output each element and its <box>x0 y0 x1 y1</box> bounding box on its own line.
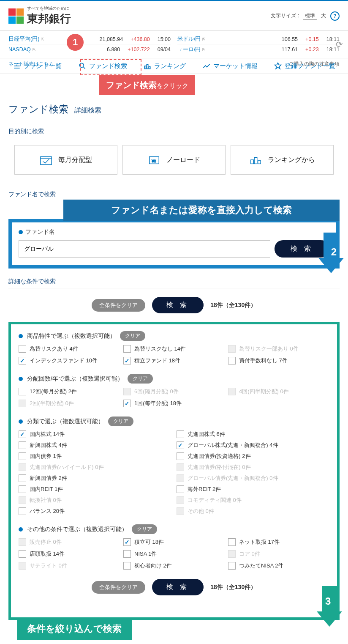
filter-option-label: その他 0件 <box>188 507 214 515</box>
search-bottom[interactable]: 検 索 <box>152 579 204 595</box>
filter-option[interactable]: 国内株式 14件 <box>19 430 171 438</box>
svg-rect-6 <box>147 65 148 69</box>
market-name[interactable]: ユーロ/円 ⇱ <box>177 46 206 53</box>
checkbox-icon[interactable] <box>19 474 26 482</box>
filter-option-label: サテライト 0件 <box>30 562 67 570</box>
search-top[interactable]: 検 索 <box>152 297 204 313</box>
nav-market-info[interactable]: マーケット情報 <box>202 62 258 70</box>
filter-option-label: 為替リスクなし 14件 <box>134 345 186 353</box>
filter-option[interactable]: NISA 1件 <box>123 550 225 558</box>
filter-option[interactable]: 店頭取扱 14件 <box>19 550 120 558</box>
help-icon[interactable]: ? <box>330 11 340 21</box>
filter-option-label: 先進国債券(格付混在) 0件 <box>188 463 251 471</box>
filter-option-label: 為替リスク一部あり 0件 <box>239 345 299 353</box>
filter-clear-button[interactable]: クリア <box>132 524 157 534</box>
filter-option[interactable]: 新興国株式 4件 <box>19 441 171 449</box>
checkbox-icon[interactable] <box>19 430 26 438</box>
checkbox-icon[interactable] <box>123 550 131 558</box>
market-time: 09/04 <box>158 47 171 52</box>
filter-option[interactable]: インデックスファンド 10件 <box>19 357 120 364</box>
nav-fund-list[interactable]: ファンド一覧 <box>13 62 62 70</box>
filter-option[interactable]: 買付手数料なし 7件 <box>228 357 329 364</box>
filter-option-label: NISA 1件 <box>134 550 157 558</box>
market-name[interactable]: 日経平均(円) ⇱ <box>8 36 44 43</box>
filter-option[interactable]: バランス 20件 <box>19 507 171 515</box>
svg-rect-7 <box>149 67 150 69</box>
market-change: +0.15 <box>305 36 319 42</box>
filter-option[interactable]: グローバル株式(先進・新興複合) 4件 <box>177 441 329 449</box>
svg-rect-15 <box>258 161 261 164</box>
filter-option[interactable]: 国内債券 1件 <box>19 452 171 460</box>
filter-option[interactable]: つみたてNISA 2件 <box>228 562 329 570</box>
market-value: 21,085.94 <box>100 36 123 42</box>
filter-option[interactable]: 先進国債券(投資適格) 2件 <box>177 452 329 460</box>
checkbox-icon[interactable] <box>19 507 26 515</box>
checkbox-icon[interactable] <box>19 345 26 353</box>
checkbox-icon[interactable] <box>228 562 236 570</box>
nav-registered-funds[interactable]: 登録ファンド一覧 <box>274 62 335 70</box>
checkbox-icon[interactable] <box>123 562 131 570</box>
checkbox-icon[interactable] <box>123 538 131 546</box>
checkbox-icon[interactable] <box>123 345 131 353</box>
section-detail: 詳細な条件で検索 <box>8 278 340 288</box>
checkbox-icon[interactable] <box>177 441 184 449</box>
filter-option[interactable]: 積立可 18件 <box>123 538 225 546</box>
filter-option-label: 積立可 18件 <box>134 538 164 546</box>
filter-option-label: ネット取扱 17件 <box>239 538 280 546</box>
svg-rect-13 <box>251 160 254 164</box>
checkbox-icon[interactable] <box>123 357 131 364</box>
refresh-icon[interactable]: ⟳ <box>336 39 343 49</box>
checkbox-icon[interactable] <box>19 452 26 460</box>
checkbox-icon[interactable] <box>19 357 26 364</box>
checkbox-icon[interactable] <box>19 550 26 558</box>
filter-option[interactable]: 先進国株式 6件 <box>177 430 329 438</box>
filter-clear-button[interactable]: クリア <box>120 331 145 341</box>
nav-ranking[interactable]: ランキング <box>143 62 186 70</box>
filter-option-label: 転換社債 0件 <box>30 496 62 504</box>
checkbox-icon[interactable] <box>228 357 236 364</box>
text-size-large[interactable]: 大 <box>321 12 326 19</box>
filter-option[interactable]: 積立ファンド 18件 <box>123 357 225 364</box>
checkbox-icon[interactable] <box>123 400 131 407</box>
annotation-callout-2: ファンド名または愛称を直接入力して検索 <box>63 200 340 221</box>
clear-all-top[interactable]: 全条件をクリア <box>92 299 145 312</box>
market-name[interactable]: 米ドル/円 ⇱ <box>177 36 206 43</box>
svg-rect-9 <box>41 157 52 165</box>
filter-option[interactable]: 為替リスクあり 4件 <box>19 345 120 353</box>
purpose-monthly[interactable]: 毎月分配型 <box>14 145 117 175</box>
filter-option[interactable]: 新興国債券 2件 <box>19 474 171 482</box>
filter-option[interactable]: 初心者向け 2件 <box>123 562 225 570</box>
checkbox-icon[interactable] <box>19 388 26 395</box>
filter-clear-button[interactable]: クリア <box>128 374 153 384</box>
text-size-standard[interactable]: 標準 <box>303 12 317 20</box>
market-row: 日経平均(円) ⇱ 21,085.94+436.8015:00 <box>8 34 171 44</box>
purpose-ranking[interactable]: ランキングから <box>231 145 334 175</box>
external-link-icon: ⇱ <box>202 37 206 41</box>
filter-option[interactable]: 為替リスクなし 14件 <box>123 345 225 353</box>
filter-option[interactable]: 1回(毎年分配) 18件 <box>123 400 225 407</box>
filter-option[interactable]: 海外REIT 2件 <box>177 485 329 493</box>
filter-option: 転換社債 0件 <box>19 496 171 504</box>
svg-text:¥0: ¥0 <box>151 159 156 163</box>
filter-option-label: 4回(四半期分配) 0件 <box>239 388 289 395</box>
checkbox-icon[interactable] <box>228 538 236 546</box>
checkbox-icon[interactable] <box>19 441 26 449</box>
header: すべてを地域のために 東邦銀行 文字サイズ : 標準 大 ? <box>0 1 348 30</box>
filter-option[interactable]: 12回(毎月分配) 2件 <box>19 388 120 395</box>
checkbox-icon[interactable] <box>177 430 184 438</box>
checkbox-icon[interactable] <box>19 485 26 493</box>
market-change: +436.80 <box>130 36 150 42</box>
filter-option-label: コモディティ関連 0件 <box>188 496 242 504</box>
checkbox-icon <box>228 550 236 558</box>
checkbox-icon[interactable] <box>177 452 184 460</box>
fundname-input[interactable] <box>19 240 270 258</box>
filter-option: その他 0件 <box>177 507 329 515</box>
filter-option[interactable]: ネット取扱 17件 <box>228 538 329 546</box>
annotation-arrow-3: 3 <box>317 586 342 627</box>
purpose-noload[interactable]: ¥0ノーロード <box>122 145 226 175</box>
market-name[interactable]: NASDAQ ⇱ <box>8 47 36 52</box>
checkbox-icon[interactable] <box>177 485 184 493</box>
clear-all-bottom[interactable]: 全条件をクリア <box>92 581 145 594</box>
filter-option[interactable]: 国内REIT 1件 <box>19 485 171 493</box>
filter-clear-button[interactable]: クリア <box>108 417 133 426</box>
